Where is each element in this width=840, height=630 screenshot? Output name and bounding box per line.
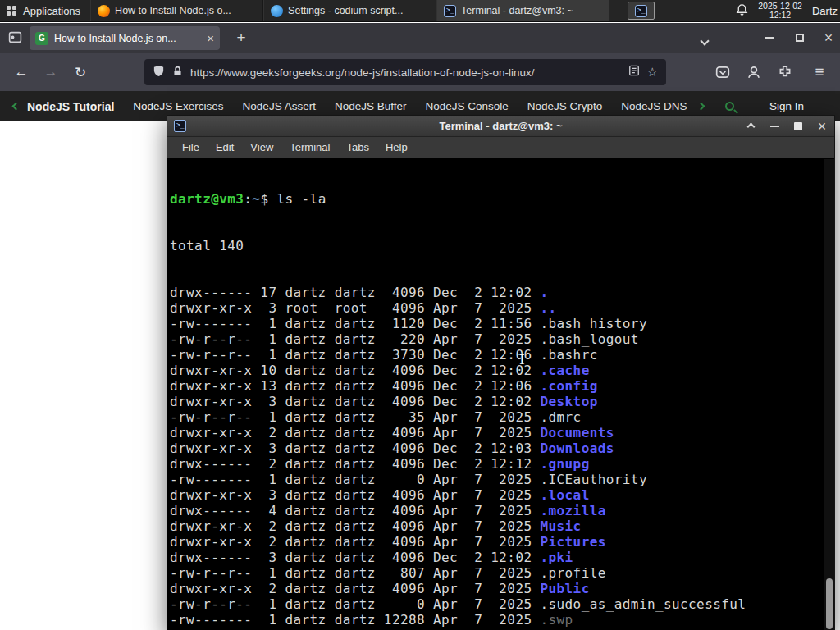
ls-row: drwxr-xr-x 10 dartz dartz 4096 Dec 2 12:… bbox=[170, 363, 823, 378]
ls-row: drwx------ 17 dartz dartz 4096 Dec 2 12:… bbox=[170, 285, 823, 300]
back-button[interactable]: ← bbox=[10, 62, 33, 83]
ls-file-name: .cache bbox=[540, 363, 589, 378]
ls-row: -rw-r--r-- 1 dartz dartz 0 Apr 7 2025 .s… bbox=[170, 596, 823, 612]
gfg-nav-item[interactable]: NodeJS Crypto bbox=[527, 100, 603, 112]
applications-label: Applications bbox=[23, 5, 80, 17]
new-tab-button[interactable]: + bbox=[231, 27, 252, 48]
menu-edit[interactable]: Edit bbox=[208, 139, 242, 156]
panel-date: 2025-12-02 bbox=[758, 1, 802, 11]
tracking-shield-icon[interactable] bbox=[153, 65, 165, 80]
terminal-maximize-button[interactable] bbox=[792, 121, 804, 132]
panel-user[interactable]: Dartz bbox=[812, 5, 838, 17]
ls-row: drwxr-xr-x 3 dartz dartz 4096 Dec 2 12:0… bbox=[170, 394, 823, 409]
terminal-titlebar[interactable]: Terminal - dartz@vm3: ~ × bbox=[167, 116, 834, 137]
reader-mode-icon[interactable] bbox=[628, 65, 640, 80]
applications-menu[interactable]: Applications bbox=[0, 0, 90, 21]
search-icon[interactable] bbox=[725, 102, 734, 111]
window-maximize-button[interactable] bbox=[789, 27, 810, 48]
menu-file[interactable]: File bbox=[174, 139, 208, 156]
tab-close-icon[interactable]: × bbox=[207, 32, 214, 44]
ls-file-name: Music bbox=[540, 518, 581, 534]
ls-file-name: .swp bbox=[540, 612, 573, 628]
ls-meta: drwx------ 4 dartz dartz 4096 Apr 7 2025 bbox=[170, 503, 540, 518]
ls-meta: -rw-r--r-- 1 dartz dartz 807 Apr 7 2025 bbox=[170, 565, 540, 581]
taskbar-item-terminal[interactable]: Terminal - dartz@vm3: ~ bbox=[436, 0, 609, 21]
ls-row: drwx------ 3 dartz dartz 4096 Dec 2 12:0… bbox=[170, 550, 823, 565]
account-icon[interactable] bbox=[743, 62, 765, 82]
ls-meta: -rw-r--r-- 1 dartz dartz 220 Apr 7 2025 bbox=[170, 331, 540, 347]
gfg-nav-item[interactable]: NodeJS Tutorial bbox=[27, 100, 114, 113]
panel-clock[interactable]: 2025-12-02 12:12 bbox=[758, 2, 802, 21]
ls-file-name: .mozilla bbox=[540, 503, 605, 518]
terminal-menubar: FileEditViewTerminalTabsHelp bbox=[167, 137, 834, 158]
ls-row: drwxr-xr-x 2 dartz dartz 4096 Apr 7 2025… bbox=[170, 534, 823, 550]
gfg-nav-item[interactable]: NodeJS Assert bbox=[243, 100, 316, 112]
gfg-nav-item[interactable]: NodeJS Buffer bbox=[335, 100, 407, 112]
ls-file-name: .bashrc bbox=[540, 347, 597, 363]
url-bar[interactable]: https://www.geeksforgeeks.org/node-js/in… bbox=[144, 59, 666, 85]
notification-bell-icon[interactable] bbox=[736, 3, 748, 18]
settings-icon bbox=[271, 5, 283, 17]
ls-file-name: . bbox=[540, 285, 548, 300]
terminal-listing: drwx------ 17 dartz dartz 4096 Dec 2 12:… bbox=[170, 285, 823, 630]
ls-file-name: Desktop bbox=[540, 394, 597, 409]
gfg-nav-item[interactable]: NodeJS Console bbox=[425, 100, 508, 112]
terminal-close-button[interactable]: × bbox=[816, 121, 828, 132]
text-cursor-pointer: I bbox=[519, 351, 525, 368]
terminal-shade-button[interactable] bbox=[745, 121, 756, 132]
firefox-icon bbox=[98, 5, 110, 17]
terminal-icon bbox=[444, 5, 456, 17]
ls-meta: -rw------- 1 dartz dartz 12288 Apr 7 202… bbox=[170, 612, 540, 628]
gfg-nav-item[interactable]: NodeJS Exercises bbox=[133, 100, 223, 112]
ls-file-name: Documents bbox=[540, 425, 614, 441]
terminal-scrollbar[interactable] bbox=[824, 159, 834, 630]
menu-icon[interactable]: ≡ bbox=[809, 62, 830, 82]
url-text[interactable]: https://www.geeksforgeeks.org/node-js/in… bbox=[190, 66, 621, 79]
prompt-user-host: dartz@vm3 bbox=[170, 191, 244, 207]
bookmark-star-icon[interactable]: ☆ bbox=[647, 65, 658, 80]
ls-file-name: .pki bbox=[540, 550, 573, 565]
ls-row: drwxr-xr-x 3 root root 4096 Apr 7 2025 .… bbox=[170, 300, 823, 316]
browser-tab[interactable]: G How to Install Node.js on... × bbox=[30, 26, 220, 50]
ls-file-name: .local bbox=[540, 487, 589, 503]
ls-row: -rw------- 1 dartz dartz 1120 Dec 2 11:5… bbox=[170, 316, 823, 331]
ls-meta: drwxr-xr-x 3 root root 4096 Apr 7 2025 bbox=[170, 300, 540, 316]
scrollbar-thumb[interactable] bbox=[826, 578, 833, 629]
taskbar-item-label: How to Install Node.js o... bbox=[115, 5, 231, 16]
forward-button[interactable]: → bbox=[39, 62, 62, 83]
ls-meta: drwxr-xr-x 13 dartz dartz 4096 Dec 2 12:… bbox=[170, 378, 540, 394]
terminal-screen[interactable]: dartz@vm3:~$ ls -la total 140 drwx------… bbox=[167, 159, 834, 630]
terminal-launcher[interactable] bbox=[628, 2, 655, 20]
panel-time: 12:12 bbox=[769, 10, 791, 20]
menu-terminal[interactable]: Terminal bbox=[281, 139, 338, 156]
menu-tabs[interactable]: Tabs bbox=[338, 139, 377, 156]
ls-file-name: .sudo_as_admin_successful bbox=[540, 596, 746, 612]
list-all-tabs-icon[interactable] bbox=[701, 33, 708, 48]
ls-meta: -rw-r--r-- 1 dartz dartz 35 Apr 7 2025 bbox=[170, 409, 540, 425]
ls-row: -rw------- 1 dartz dartz 0 Apr 7 2025 .I… bbox=[170, 472, 823, 487]
window-close-button[interactable]: × bbox=[818, 27, 839, 48]
ls-meta: drwx------ 3 dartz dartz 4096 Dec 2 12:0… bbox=[170, 550, 540, 565]
lock-icon[interactable] bbox=[172, 65, 183, 80]
terminal-minimize-button[interactable] bbox=[769, 121, 780, 132]
extensions-icon[interactable] bbox=[774, 62, 796, 82]
nav-scroll-right-icon[interactable] bbox=[697, 103, 705, 111]
ls-meta: drwx------ 17 dartz dartz 4096 Dec 2 12:… bbox=[170, 285, 540, 300]
taskbar-item-firefox[interactable]: How to Install Node.js o... bbox=[90, 0, 263, 21]
taskbar-item-settings[interactable]: Settings - codium script... bbox=[263, 0, 436, 21]
pocket-icon[interactable] bbox=[712, 62, 733, 82]
ls-file-name: .profile bbox=[540, 565, 605, 581]
firefox-view-icon[interactable] bbox=[8, 30, 22, 48]
ls-file-name: .ICEauthority bbox=[540, 472, 646, 487]
menu-help[interactable]: Help bbox=[377, 139, 416, 156]
sign-in-button[interactable]: Sign In bbox=[769, 100, 804, 112]
ls-row: drwxr-xr-x 2 dartz dartz 4096 Apr 7 2025… bbox=[170, 581, 823, 596]
ls-meta: drwx------ 2 dartz dartz 4096 Dec 2 12:1… bbox=[170, 456, 540, 472]
nav-scroll-left-icon[interactable] bbox=[12, 103, 21, 111]
gfg-nav-item[interactable]: NodeJS DNS bbox=[621, 100, 687, 112]
reload-button[interactable]: ↻ bbox=[69, 62, 92, 83]
ls-meta: drwxr-xr-x 2 dartz dartz 4096 Apr 7 2025 bbox=[170, 518, 540, 534]
ls-row: drwxr-xr-x 3 dartz dartz 4096 Dec 2 12:0… bbox=[170, 441, 823, 456]
menu-view[interactable]: View bbox=[242, 139, 281, 156]
window-minimize-button[interactable] bbox=[759, 27, 780, 48]
